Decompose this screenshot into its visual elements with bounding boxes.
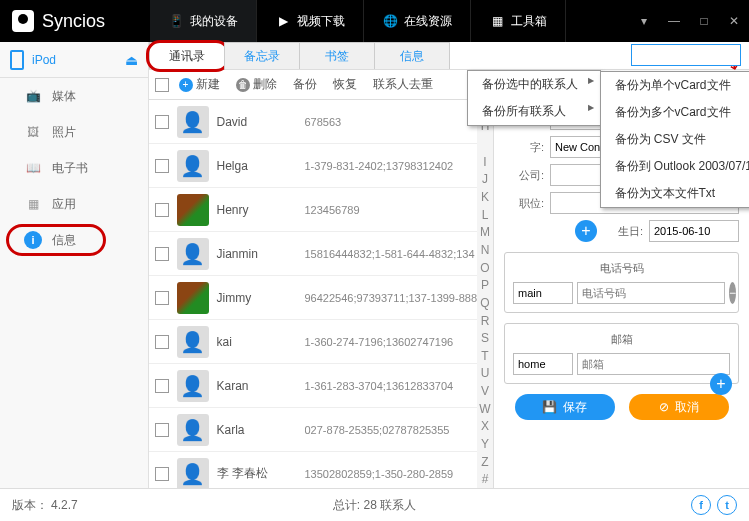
row-checkbox[interactable] (155, 335, 169, 349)
sidebar-item-photos[interactable]: 🖼照片 (0, 114, 148, 150)
row-checkbox[interactable] (155, 291, 169, 305)
backup-all-item[interactable]: 备份所有联系人 (468, 98, 600, 125)
delete-button[interactable]: 🗑删除 (230, 76, 283, 93)
eject-icon[interactable]: ⏏ (125, 52, 138, 68)
email-type-input[interactable] (513, 353, 573, 375)
email-value-input[interactable] (577, 353, 730, 375)
contact-name: Karan (217, 379, 297, 393)
tab-messages[interactable]: 信息 (374, 42, 450, 69)
row-checkbox[interactable] (155, 203, 169, 217)
row-checkbox[interactable] (155, 379, 169, 393)
avatar: 👤 (177, 238, 209, 270)
alpha-letter[interactable]: P (477, 276, 493, 294)
alpha-letter[interactable]: N (477, 241, 493, 259)
contact-row[interactable]: Jimmy96422546;97393711;137-1399-888 (149, 276, 478, 320)
contact-row[interactable]: 👤Jianmin15816444832;1-581-644-4832;134 (149, 232, 478, 276)
menu-dropdown-icon[interactable]: ▾ (629, 0, 659, 42)
device-icon (10, 50, 24, 70)
search-input[interactable] (631, 44, 741, 66)
maximize-button[interactable]: □ (689, 0, 719, 42)
backup-txt[interactable]: 备份为文本文件Txt (601, 180, 750, 207)
contact-name: David (217, 115, 297, 129)
nav-my-device[interactable]: 📱我的设备 (150, 0, 257, 42)
firstname-label: 字: (504, 140, 544, 155)
phone-section-title: 电话号码 (513, 261, 730, 276)
device-name: iPod (32, 53, 117, 67)
alpha-index[interactable]: GHIJKLMNOPQRSTUVWXYZ# (477, 100, 493, 488)
contact-name: Karla (217, 423, 297, 437)
alpha-letter[interactable]: M (477, 223, 493, 241)
alpha-letter[interactable]: Q (477, 294, 493, 312)
contact-row[interactable]: 👤Karan1-361-283-3704;13612833704 (149, 364, 478, 408)
phone-type-input[interactable] (513, 282, 573, 304)
cancel-button[interactable]: ⊘取消 (629, 394, 729, 420)
alpha-letter[interactable]: T (477, 347, 493, 365)
alpha-letter[interactable] (477, 135, 493, 153)
sidebar-item-info[interactable]: i信息 (0, 222, 148, 258)
select-all-checkbox[interactable] (155, 78, 169, 92)
backup-selected-item[interactable]: 备份选中的联系人 备份为单个vCard文件 备份为多个vCard文件 备份为 C… (468, 71, 600, 98)
twitter-icon[interactable]: t (717, 495, 737, 515)
alpha-letter[interactable]: L (477, 206, 493, 224)
phone-value-input[interactable] (577, 282, 725, 304)
tab-contacts[interactable]: 通讯录 (149, 42, 225, 69)
nav-toolbox[interactable]: ▦工具箱 (471, 0, 566, 42)
contact-phone: 123456789 (305, 204, 478, 216)
backup-button[interactable]: 备份 (287, 76, 323, 93)
row-checkbox[interactable] (155, 423, 169, 437)
dedupe-button[interactable]: 联系人去重 (367, 76, 439, 93)
contact-phone: 678563 (305, 116, 478, 128)
minimize-button[interactable]: — (659, 0, 689, 42)
backup-single-vcard[interactable]: 备份为单个vCard文件 (601, 72, 750, 99)
remove-phone-button[interactable]: − (729, 282, 736, 304)
alpha-letter[interactable]: R (477, 312, 493, 330)
contact-row[interactable]: 👤kai1-360-274-7196;13602747196 (149, 320, 478, 364)
contact-row[interactable]: 👤Helga1-379-831-2402;13798312402 (149, 144, 478, 188)
nav-video-download[interactable]: ▶视频下载 (257, 0, 364, 42)
alpha-letter[interactable]: W (477, 400, 493, 418)
close-button[interactable]: ✕ (719, 0, 749, 42)
row-checkbox[interactable] (155, 247, 169, 261)
avatar (177, 194, 209, 226)
alpha-letter[interactable]: Y (477, 435, 493, 453)
backup-multi-vcard[interactable]: 备份为多个vCard文件 (601, 99, 750, 126)
facebook-icon[interactable]: f (691, 495, 711, 515)
tab-notes[interactable]: 备忘录 (224, 42, 300, 69)
row-checkbox[interactable] (155, 115, 169, 129)
nav-online-resources[interactable]: 🌐在线资源 (364, 0, 471, 42)
birthday-input[interactable] (649, 220, 739, 242)
alpha-letter[interactable]: Z (477, 453, 493, 471)
alpha-letter[interactable]: K (477, 188, 493, 206)
alpha-letter[interactable]: S (477, 329, 493, 347)
version-value: 4.2.7 (51, 498, 78, 512)
sidebar-item-apps[interactable]: ▦应用 (0, 186, 148, 222)
alpha-letter[interactable]: # (477, 470, 493, 488)
sidebar-item-media[interactable]: 📺媒体 (0, 78, 148, 114)
alpha-letter[interactable]: X (477, 418, 493, 436)
device-row[interactable]: iPod ⏏ (0, 42, 148, 78)
alpha-letter[interactable]: I (477, 153, 493, 171)
contact-phone: 96422546;97393711;137-1399-888 (305, 292, 478, 304)
row-checkbox[interactable] (155, 159, 169, 173)
new-button[interactable]: +新建 (173, 76, 226, 93)
contact-row[interactable]: Henry123456789 (149, 188, 478, 232)
avatar: 👤 (177, 326, 209, 358)
backup-csv[interactable]: 备份为 CSV 文件 (601, 126, 750, 153)
backup-outlook[interactable]: 备份到 Outlook 2003/07/10/13 (601, 153, 750, 180)
contact-name: Henry (217, 203, 297, 217)
contact-list[interactable]: 👤David678563👤Helga1-379-831-2402;1379831… (149, 100, 478, 488)
add-field-button[interactable]: + (575, 220, 597, 242)
alpha-letter[interactable]: O (477, 259, 493, 277)
row-checkbox[interactable] (155, 467, 169, 481)
contact-row[interactable]: 👤David678563 (149, 100, 478, 144)
recover-button[interactable]: 恢复 (327, 76, 363, 93)
sidebar-item-ebooks[interactable]: 📖电子书 (0, 150, 148, 186)
alpha-letter[interactable]: U (477, 365, 493, 383)
contact-row[interactable]: 👤李 李春松13502802859;1-350-280-2859 (149, 452, 478, 488)
tab-bookmarks[interactable]: 书签 (299, 42, 375, 69)
alpha-letter[interactable]: J (477, 171, 493, 189)
add-email-button[interactable]: + (710, 373, 732, 395)
save-button[interactable]: 💾保存 (515, 394, 615, 420)
contact-row[interactable]: 👤Karla027-878-25355;02787825355 (149, 408, 478, 452)
alpha-letter[interactable]: V (477, 382, 493, 400)
